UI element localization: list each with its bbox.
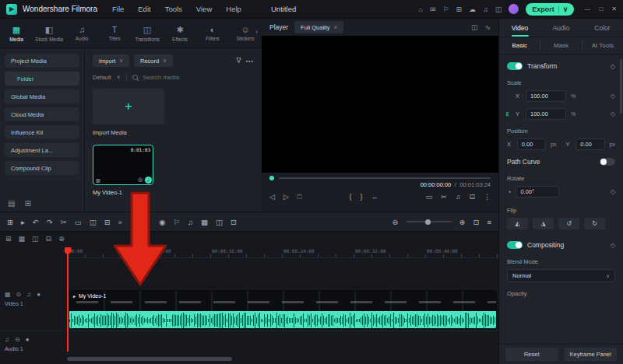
- tab-filters[interactable]: ◐ Filters: [196, 19, 229, 47]
- tab-video[interactable]: Video: [499, 19, 540, 37]
- media-clip-thumbnail[interactable]: 0:01:03 ▥ ◎ ✓: [93, 145, 153, 185]
- hide-track-icon[interactable]: ●: [37, 291, 40, 298]
- new-folder-icon[interactable]: ▤: [8, 199, 15, 208]
- stop-icon[interactable]: □: [297, 193, 301, 201]
- fullscreen-icon[interactable]: ⊡: [469, 193, 475, 201]
- more-tools-icon[interactable]: »: [118, 218, 122, 226]
- cloud-icon[interactable]: ☁: [469, 5, 476, 13]
- flag-icon[interactable]: ⚐: [442, 5, 449, 13]
- subtab-basic[interactable]: Basic: [499, 42, 540, 49]
- keyframe-diamond-icon[interactable]: ◇: [611, 188, 615, 195]
- video-preview[interactable]: [262, 36, 498, 173]
- undo-icon[interactable]: ↶: [33, 218, 39, 226]
- seek-bar[interactable]: [269, 176, 491, 180]
- lock-track-icon[interactable]: ⊝: [15, 336, 20, 343]
- track-layout-icon[interactable]: ◫: [32, 235, 39, 243]
- rotate-input[interactable]: 0.00°: [516, 186, 559, 198]
- sidebar-item-influence-kit[interactable]: Influence Kit: [5, 125, 79, 139]
- flip-vertical-button[interactable]: ◭: [507, 218, 528, 229]
- scopes-icon[interactable]: ∿: [484, 23, 491, 31]
- seek-track[interactable]: [279, 177, 491, 179]
- minimize-button[interactable]: —: [584, 5, 590, 12]
- scale-x-input[interactable]: 100.00: [526, 90, 566, 102]
- blend-mode-dropdown[interactable]: Normal ∨: [507, 269, 615, 282]
- tab-audio[interactable]: ♫ Audio: [65, 19, 98, 47]
- rotate-dial-icon[interactable]: ◔: [507, 188, 511, 196]
- preview-eye-icon[interactable]: ◎: [138, 177, 143, 183]
- position-x-input[interactable]: 0.00: [517, 138, 546, 150]
- search-input[interactable]: Search media: [143, 74, 179, 81]
- menu-file[interactable]: File: [112, 5, 124, 13]
- seek-handle[interactable]: [269, 176, 274, 180]
- subtab-mask[interactable]: Mask: [540, 42, 581, 49]
- delete-icon[interactable]: ▭: [75, 218, 82, 226]
- reset-button[interactable]: Reset: [505, 348, 558, 361]
- tab-effects[interactable]: ✱ Effects: [164, 19, 196, 47]
- properties-scrollbar[interactable]: [620, 59, 622, 114]
- user-avatar[interactable]: [509, 4, 519, 14]
- rotate-ccw-button[interactable]: ↺: [558, 218, 579, 229]
- tab-titles[interactable]: T Titles: [98, 19, 131, 47]
- tab-stock-media[interactable]: ◧ Stock Media: [33, 19, 65, 47]
- menu-edit[interactable]: Edit: [138, 5, 150, 13]
- mark-out-icon[interactable]: }: [360, 193, 362, 201]
- default-sort-dropdown[interactable]: Default: [93, 74, 111, 81]
- audio-waveform[interactable]: [69, 311, 496, 329]
- play-icon[interactable]: ▷: [283, 193, 289, 201]
- tab-media[interactable]: ▦ Media: [0, 19, 33, 47]
- keyframe-diamond-icon[interactable]: ◇: [611, 110, 615, 117]
- playhead[interactable]: [67, 247, 69, 352]
- home-icon[interactable]: ⌂: [418, 5, 422, 13]
- tab-audio-props[interactable]: Audio: [540, 19, 582, 37]
- speed-icon[interactable]: ⊟: [104, 218, 111, 226]
- layout-icon[interactable]: ◫: [495, 5, 502, 13]
- menu-tools[interactable]: Tools: [165, 5, 182, 13]
- audio-mixer-icon[interactable]: ♫: [188, 218, 193, 226]
- crop-icon[interactable]: ◫: [90, 218, 97, 226]
- timeline-horizontal-scrollbar[interactable]: [67, 357, 232, 361]
- sidebar-item-folder[interactable]: Folder: [5, 72, 79, 86]
- more-tabs-chevron-icon[interactable]: ›: [255, 28, 258, 36]
- filter-icon[interactable]: ∇: [237, 57, 241, 65]
- split-icon[interactable]: ✂: [61, 218, 67, 226]
- snapshot-icon[interactable]: ⊡: [231, 218, 237, 226]
- manage-tracks-icon[interactable]: ⊞: [5, 235, 12, 243]
- path-curve-toggle[interactable]: [600, 158, 615, 166]
- scale-y-input[interactable]: 100.00: [526, 108, 566, 120]
- lock-track-icon[interactable]: ⊝: [16, 291, 22, 298]
- add-marker-icon[interactable]: ⊕: [58, 235, 65, 243]
- keyframe-panel-button[interactable]: Keyframe Panel: [565, 348, 618, 361]
- keyframe-diamond-icon[interactable]: ◇: [611, 242, 615, 249]
- mute-track-icon[interactable]: ♫: [26, 291, 31, 298]
- sidebar-item-global-media[interactable]: Global Media: [5, 89, 79, 103]
- sidebar-item-adjustment-layer[interactable]: Adjustment La...: [5, 143, 79, 157]
- track-manager-icon[interactable]: ⊞: [7, 218, 13, 226]
- apps-icon[interactable]: ⊞: [456, 5, 463, 13]
- render-preview-icon[interactable]: ◫: [216, 218, 223, 226]
- timeline-ruler[interactable]: 00:00 00:00:08:00 00:00:16:00 00:00:24:0…: [67, 247, 498, 258]
- import-media-tile[interactable]: +: [93, 89, 164, 124]
- more-options-icon[interactable]: •••: [246, 58, 254, 64]
- clip-filmstrip[interactable]: ▸ My Video-1: [69, 291, 496, 311]
- collapse-tracks-icon[interactable]: ⊟: [46, 235, 52, 243]
- layout-icon[interactable]: ◫: [471, 23, 478, 31]
- sidebar-item-compound-clip[interactable]: Compound Clip: [5, 161, 79, 175]
- redo-icon[interactable]: ↷: [47, 218, 53, 226]
- marker-icon[interactable]: ⚐: [173, 218, 180, 226]
- import-button[interactable]: Import ∨: [93, 54, 129, 67]
- timeline-clip[interactable]: ▸ My Video-1: [69, 290, 497, 329]
- timeline-settings-icon[interactable]: ≡: [487, 218, 491, 226]
- keyframe-diamond-icon[interactable]: ◇: [611, 93, 615, 100]
- volume-icon[interactable]: ♫: [456, 193, 461, 201]
- prev-frame-icon[interactable]: ◁: [269, 193, 275, 201]
- rotate-cw-button[interactable]: ↻: [584, 218, 605, 229]
- quality-dropdown[interactable]: Full Quality ∨: [294, 21, 343, 33]
- compositing-toggle[interactable]: [507, 241, 523, 249]
- menu-help[interactable]: Help: [226, 5, 241, 13]
- more-icon[interactable]: ⋮: [484, 193, 491, 201]
- flip-horizontal-button[interactable]: ◮: [533, 218, 554, 229]
- maximize-button[interactable]: □: [599, 5, 603, 12]
- position-y-input[interactable]: 0.00: [575, 138, 604, 150]
- mark-in-icon[interactable]: {: [349, 193, 351, 201]
- zoom-in-icon[interactable]: ⊕: [459, 218, 466, 226]
